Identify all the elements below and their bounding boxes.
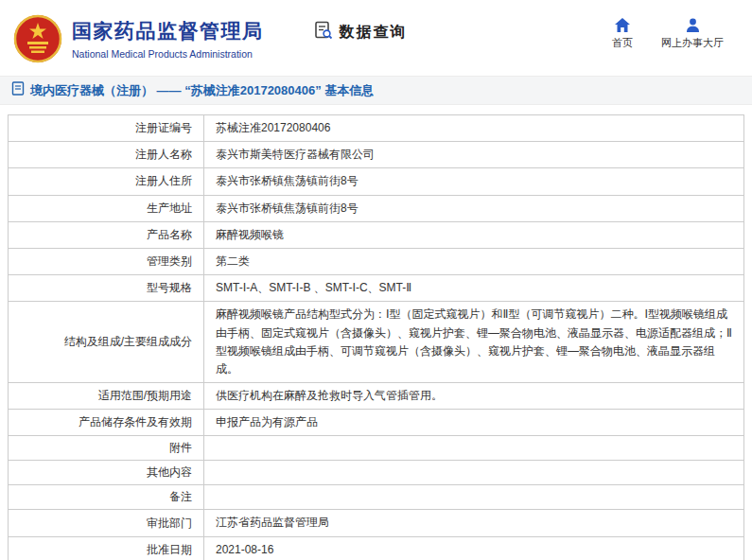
nav-online-hall[interactable]: 网上办事大厅 <box>661 18 724 50</box>
data-query-icon <box>313 20 334 44</box>
row-value: 泰兴市张桥镇焦荡镇前街8号 <box>204 168 743 194</box>
row-label: 附件 <box>9 436 204 460</box>
row-label: 批准日期 <box>9 537 204 560</box>
row-value: 麻醉视频喉镜产品结构型式分为：Ⅰ型（固定式窥视片）和Ⅱ型（可调节窥视片）二种。Ⅰ… <box>204 302 743 382</box>
row-label: 注册人名称 <box>9 142 204 167</box>
data-query-section: 数据查询 <box>313 20 408 44</box>
row-label: 注册人住所 <box>9 168 204 194</box>
brand-text: 国家药品监督管理局 National Medical Products Admi… <box>72 18 264 60</box>
site-subtitle: National Medical Products Administration <box>72 48 264 60</box>
table-row: 注册证编号 苏械注准20172080406 <box>9 115 743 142</box>
row-value: SMT-Ⅰ-A、SMT-Ⅰ-B 、SMT-Ⅰ-C、SMT-Ⅱ <box>204 275 743 301</box>
row-value-text: 麻醉视频喉镜产品结构型式分为：Ⅰ型（固定式窥视片）和Ⅱ型（可调节窥视片）二种。Ⅰ… <box>216 306 732 378</box>
table-row: 产品储存条件及有效期 申报产品为有源产品 <box>9 410 743 436</box>
table-row: 审批部门 江苏省药品监督管理局 <box>9 510 743 536</box>
brand: 国家药品监督管理局 National Medical Products Admi… <box>13 14 264 63</box>
row-label: 适用范围/预期用途 <box>9 383 204 409</box>
row-value: 第二类 <box>204 249 743 274</box>
page: 国家药品监督管理局 National Medical Products Admi… <box>0 0 752 560</box>
table-row: 管理类别 第二类 <box>9 249 743 275</box>
row-label: 产品名称 <box>9 222 204 248</box>
row-value: 供医疗机构在麻醉及抢救时导入气管插管用。 <box>204 383 743 409</box>
row-value <box>204 485 743 509</box>
page-title: 境内医疗器械（注册） —— “苏械注准20172080406” 基本信息 <box>30 82 374 99</box>
table-row: 备注 <box>9 485 743 510</box>
table-row: 注册人住所 泰兴市张桥镇焦荡镇前街8号 <box>9 168 743 195</box>
data-query-label: 数据查询 <box>340 23 408 43</box>
nav-online-hall-label: 网上办事大厅 <box>661 36 724 50</box>
row-value: 泰兴市张桥镇焦荡镇前街8号 <box>204 196 743 221</box>
row-label: 管理类别 <box>9 249 204 274</box>
header: 国家药品监督管理局 National Medical Products Admi… <box>0 0 752 76</box>
registration-detail-table: 注册证编号 苏械注准20172080406 注册人名称 泰兴市斯美特医疗器械有限… <box>8 114 744 560</box>
top-nav: 首页 网上办事大厅 <box>612 18 733 50</box>
table-row: 注册人名称 泰兴市斯美特医疗器械有限公司 <box>9 142 743 168</box>
document-icon <box>11 81 25 99</box>
national-emblem-logo <box>13 14 62 63</box>
person-icon <box>686 18 700 32</box>
site-title: 国家药品监督管理局 <box>72 18 264 44</box>
row-value: 江苏省药品监督管理局 <box>204 510 743 535</box>
row-value: 麻醉视频喉镜 <box>204 222 743 248</box>
row-label: 备注 <box>9 485 204 509</box>
row-label: 型号规格 <box>9 275 204 301</box>
table-row: 其他内容 <box>9 461 743 485</box>
row-value: 2021-08-16 <box>204 537 743 560</box>
table-row: 型号规格 SMT-Ⅰ-A、SMT-Ⅰ-B 、SMT-Ⅰ-C、SMT-Ⅱ <box>9 275 743 302</box>
row-label: 生产地址 <box>9 196 204 221</box>
table-row: 适用范围/预期用途 供医疗机构在麻醉及抢救时导入气管插管用。 <box>9 383 743 410</box>
row-label: 注册证编号 <box>9 115 204 141</box>
row-value: 泰兴市斯美特医疗器械有限公司 <box>204 142 743 167</box>
row-value: 苏械注准20172080406 <box>204 115 743 141</box>
table-row: 产品名称 麻醉视频喉镜 <box>9 222 743 249</box>
table-row: 批准日期 2021-08-16 <box>9 537 743 560</box>
nav-home[interactable]: 首页 <box>612 18 633 50</box>
row-label: 产品储存条件及有效期 <box>9 410 204 435</box>
nav-home-label: 首页 <box>612 36 633 50</box>
row-label: 其他内容 <box>9 461 204 484</box>
row-label: 结构及组成/主要组成成分 <box>9 302 204 382</box>
row-value: 申报产品为有源产品 <box>204 410 743 435</box>
table-row: 结构及组成/主要组成成分 麻醉视频喉镜产品结构型式分为：Ⅰ型（固定式窥视片）和Ⅱ… <box>9 302 743 383</box>
row-label: 审批部门 <box>9 510 204 535</box>
table-row: 附件 <box>9 436 743 461</box>
home-icon <box>615 18 630 32</box>
row-value <box>204 436 743 460</box>
breadcrumb: 境内医疗器械（注册） —— “苏械注准20172080406” 基本信息 <box>0 76 752 105</box>
row-value <box>204 461 743 484</box>
table-row: 生产地址 泰兴市张桥镇焦荡镇前街8号 <box>9 196 743 222</box>
